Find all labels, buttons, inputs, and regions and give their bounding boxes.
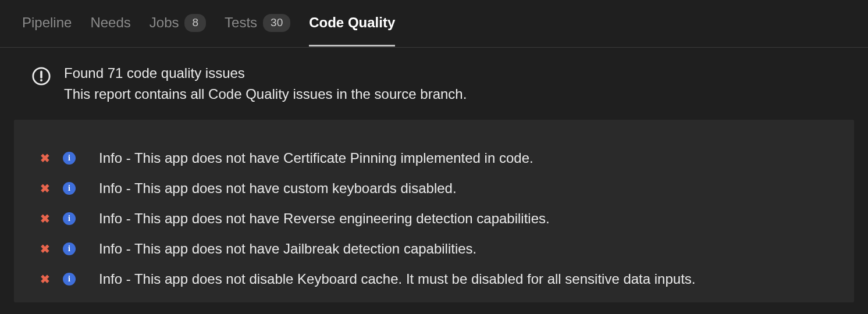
issue-text: Info - This app does not disable Keyboar… xyxy=(88,271,696,287)
summary-title: Found 71 code quality issues xyxy=(64,64,467,83)
issues-panel: ✖ i Info - This app does not have Certif… xyxy=(14,120,854,302)
warning-icon xyxy=(31,66,51,88)
close-icon: ✖ xyxy=(40,242,50,256)
info-icon: i xyxy=(63,182,76,195)
info-icon: i xyxy=(63,212,76,225)
tab-label: Needs xyxy=(90,15,130,31)
svg-point-2 xyxy=(40,79,42,81)
issue-text: Info - This app does not have Reverse en… xyxy=(88,210,550,227)
issue-row[interactable]: ✖ i Info - This app does not have Certif… xyxy=(40,143,828,173)
tab-tests[interactable]: Tests 30 xyxy=(225,0,290,47)
info-icon: i xyxy=(63,242,76,255)
issue-text: Info - This app does not have Certificat… xyxy=(88,150,533,166)
close-icon: ✖ xyxy=(40,272,50,286)
issue-text: Info - This app does not have Jailbreak … xyxy=(88,241,476,257)
tab-badge: 8 xyxy=(184,14,206,32)
tab-code-quality[interactable]: Code Quality xyxy=(309,1,395,46)
tab-pipeline[interactable]: Pipeline xyxy=(22,1,72,46)
tab-label: Tests xyxy=(225,15,257,31)
tab-jobs[interactable]: Jobs 8 xyxy=(150,0,206,47)
close-icon: ✖ xyxy=(40,212,50,226)
tab-label: Code Quality xyxy=(309,15,395,31)
summary-banner: Found 71 code quality issues This report… xyxy=(0,48,868,120)
tab-needs[interactable]: Needs xyxy=(90,1,130,46)
info-icon: i xyxy=(63,152,76,165)
summary-text: Found 71 code quality issues This report… xyxy=(64,64,467,104)
tab-badge: 30 xyxy=(263,14,290,32)
tabs-bar: Pipeline Needs Jobs 8 Tests 30 Code Qual… xyxy=(0,0,868,48)
summary-description: This report contains all Code Quality is… xyxy=(64,85,467,104)
tab-label: Jobs xyxy=(150,15,179,31)
issue-row[interactable]: ✖ i Info - This app does not have Jailbr… xyxy=(40,234,828,264)
issue-row[interactable]: ✖ i Info - This app does not have Revers… xyxy=(40,204,828,234)
tab-label: Pipeline xyxy=(22,15,72,31)
issue-row[interactable]: ✖ i Info - This app does not have custom… xyxy=(40,173,828,204)
close-icon: ✖ xyxy=(40,181,50,195)
issue-text: Info - This app does not have custom key… xyxy=(88,180,457,197)
close-icon: ✖ xyxy=(40,151,50,165)
issue-row[interactable]: ✖ i Info - This app does not disable Key… xyxy=(40,264,828,294)
info-icon: i xyxy=(63,273,76,286)
